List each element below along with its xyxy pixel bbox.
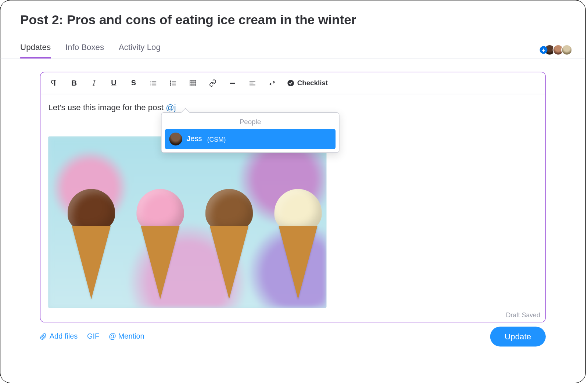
editor-toolbar: B I U S Checklist xyxy=(40,72,545,94)
strikethrough-icon[interactable]: S xyxy=(125,77,142,90)
avatar xyxy=(169,133,182,145)
mention-button[interactable]: @ Mention xyxy=(109,332,144,341)
mention-query: @j xyxy=(166,103,176,112)
gif-button[interactable]: GIF xyxy=(87,332,99,341)
paragraph-icon[interactable] xyxy=(46,77,63,90)
mention-name: Jess xyxy=(186,135,202,143)
checklist-button[interactable]: Checklist xyxy=(283,79,331,87)
ordered-list-icon[interactable] xyxy=(145,77,162,90)
editor-area: B I U S Checklist Let's use this image f… xyxy=(0,59,585,355)
post-panel: Post 2: Pros and cons of eating ice crea… xyxy=(0,0,586,383)
editor-footer: Add files GIF @ Mention Update xyxy=(40,322,546,347)
mention-section-title: People xyxy=(165,117,336,129)
post-title: Post 2: Pros and cons of eating ice crea… xyxy=(0,0,585,27)
check-circle-icon xyxy=(287,79,295,87)
checklist-label: Checklist xyxy=(297,79,328,87)
mention-role: (CSM) xyxy=(207,136,226,143)
attached-image[interactable] xyxy=(48,137,326,308)
svg-point-2 xyxy=(170,84,171,86)
tabs: Updates Info Boxes Activity Log xyxy=(20,43,161,58)
tabs-row: Updates Info Boxes Activity Log + xyxy=(0,43,585,59)
svg-point-1 xyxy=(170,82,171,84)
mention-popover: People Jess (CSM) xyxy=(161,112,339,153)
bold-icon[interactable]: B xyxy=(65,77,83,90)
editor-text: Let's use this image for the post xyxy=(48,103,166,112)
add-files-button[interactable]: Add files xyxy=(40,332,78,341)
underline-icon[interactable]: U xyxy=(105,77,122,90)
collaborator-avatars: + xyxy=(542,44,573,57)
editor-body[interactable]: Let's use this image for the post @j Peo… xyxy=(40,94,545,310)
rich-text-editor[interactable]: B I U S Checklist Let's use this image f… xyxy=(40,72,546,322)
draft-status: Draft Saved xyxy=(40,310,545,322)
link-icon[interactable] xyxy=(204,77,222,90)
italic-icon[interactable]: I xyxy=(85,77,103,90)
tab-updates[interactable]: Updates xyxy=(20,43,51,58)
swap-icon[interactable] xyxy=(263,77,281,90)
paperclip-icon xyxy=(40,333,47,340)
add-collaborator-button[interactable]: + xyxy=(540,46,548,54)
align-icon[interactable] xyxy=(244,77,261,90)
table-icon[interactable] xyxy=(184,77,202,90)
tab-activity-log[interactable]: Activity Log xyxy=(119,43,161,58)
mention-result[interactable]: Jess (CSM) xyxy=(165,129,336,149)
unordered-list-icon[interactable] xyxy=(165,77,182,90)
svg-rect-3 xyxy=(230,83,235,84)
svg-point-0 xyxy=(170,80,171,82)
hr-icon[interactable] xyxy=(224,77,241,90)
tab-info-boxes[interactable]: Info Boxes xyxy=(65,43,104,58)
update-button[interactable]: Update xyxy=(490,327,546,347)
avatar[interactable] xyxy=(561,44,572,55)
